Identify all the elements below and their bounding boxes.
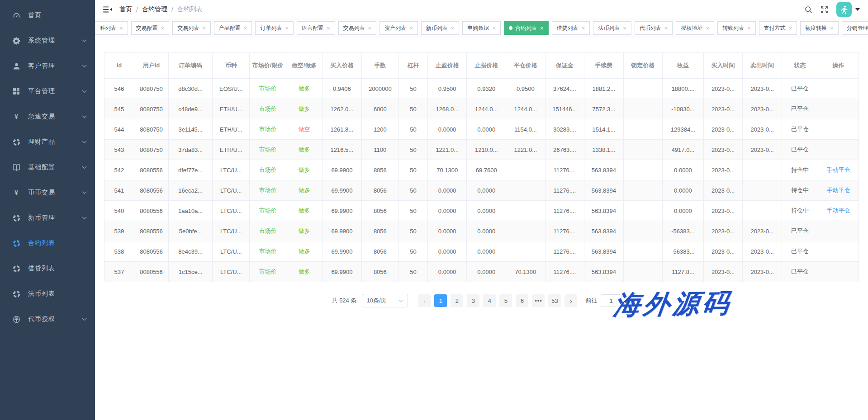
tab-trade-list-2[interactable]: 交易列表× — [338, 21, 377, 35]
tab-contract-list[interactable]: 合约列表× — [504, 21, 549, 35]
tab-close-icon[interactable]: × — [623, 25, 626, 31]
search-icon[interactable] — [805, 6, 812, 14]
sidebar-item-fiat-list[interactable]: 法币列表 — [0, 281, 95, 307]
tab-asset-list[interactable]: 资产列表× — [379, 21, 418, 35]
tab-close-icon[interactable]: × — [582, 25, 585, 31]
cell-margin: 30283.... — [545, 119, 584, 140]
sidebar-item-new-coin-manage[interactable]: 新币管理 — [0, 205, 95, 231]
cell-id: 546 — [104, 79, 134, 99]
page-1-button[interactable]: 1 — [434, 294, 447, 307]
tab-close-icon[interactable]: × — [409, 25, 413, 31]
next-page-button[interactable]: › — [564, 294, 577, 307]
cell-tp: 0.0000 — [427, 201, 467, 221]
tab-auth-address[interactable]: 授权地址× — [676, 21, 714, 35]
tab-close-icon[interactable]: × — [540, 25, 544, 31]
prev-page-button[interactable]: ‹ — [418, 294, 431, 307]
cell-buy_time: 2023-0... — [703, 241, 743, 262]
cell-buy_price: 1261.8... — [323, 119, 362, 140]
page-size-select[interactable]: 10条/页 — [362, 294, 408, 307]
tab-close-icon[interactable]: × — [706, 25, 709, 31]
tab-close-icon[interactable]: × — [161, 25, 165, 31]
avatar[interactable] — [836, 2, 852, 17]
cell-id: 537 — [104, 262, 134, 282]
cell-margin: 11276.... — [545, 262, 584, 282]
column-header-margin: 保证金 — [545, 53, 584, 79]
breadcrumb-item[interactable]: 首页 — [119, 5, 132, 14]
tab-close-icon[interactable]: × — [244, 25, 247, 31]
sidebar-item-customer-manage[interactable]: 客户管理 — [0, 53, 95, 79]
sidebar-item-finance-product[interactable]: 理财产品 — [0, 129, 95, 155]
tab-close-icon[interactable]: × — [664, 25, 668, 31]
sidebar-item-base-config[interactable]: 基础配置 — [0, 155, 95, 180]
page-4-button[interactable]: 4 — [483, 294, 496, 307]
tab-close-icon[interactable]: × — [492, 25, 496, 31]
tab-close-icon[interactable]: × — [830, 25, 834, 31]
sidebar-item-home[interactable]: 首页 — [0, 3, 95, 28]
page-2-button[interactable]: 2 — [451, 294, 463, 307]
cell-status: 已平仓 — [782, 262, 818, 282]
breadcrumb-item[interactable]: 合约管理 — [142, 5, 167, 14]
tab-label: 合约列表 — [515, 24, 537, 32]
tab-subscribe-data[interactable]: 申购数据× — [462, 21, 501, 35]
sidebar-item-system-manage[interactable]: 系统管理 — [0, 28, 95, 53]
tab-close-icon[interactable]: × — [327, 25, 330, 31]
tab-close-icon[interactable]: × — [368, 25, 372, 31]
tab-close-icon[interactable]: × — [119, 25, 123, 31]
tab-close-icon[interactable]: × — [789, 25, 792, 31]
tab-transfer-list[interactable]: 转账列表× — [717, 21, 756, 35]
tab-close-icon[interactable]: × — [451, 25, 455, 31]
tab-label: 借贷列表 — [557, 24, 579, 32]
tab-lang-config[interactable]: 语言配置× — [297, 21, 335, 35]
more-pages-button[interactable]: ••• — [532, 294, 545, 307]
tab-trade-list-1[interactable]: 交易列表× — [172, 21, 211, 35]
sidebar-item-platform-manage[interactable]: 平台管理 — [0, 79, 95, 104]
chevron-down-icon — [82, 115, 87, 118]
tab-newcoin-list[interactable]: 新币列表× — [421, 21, 460, 35]
sidebar-item-contract-list[interactable]: 合约列表 — [0, 231, 95, 256]
svg-text:¥: ¥ — [14, 189, 18, 196]
tab-fiat-list[interactable]: 法币列表× — [593, 21, 631, 35]
cell-profit: 18800.... — [663, 79, 704, 99]
cell-lock_price — [623, 79, 663, 99]
goto-page-input[interactable] — [601, 294, 621, 307]
tab-trade-config[interactable]: 交易配置× — [131, 21, 170, 35]
tab-distribution[interactable]: 分销管理× — [842, 21, 868, 35]
sidebar-item-fast-trade[interactable]: ¥急速交易 — [0, 104, 95, 129]
page-5-button[interactable]: 5 — [499, 294, 512, 307]
tab-label: 法币列表 — [598, 24, 620, 32]
cell-fee: 1514.1... — [584, 119, 624, 140]
chevron-down-icon[interactable] — [855, 8, 860, 11]
cell-action[interactable]: 手动平仓 — [818, 160, 859, 180]
cell-sell_time — [743, 201, 782, 221]
column-header-price_type: 市场价/限价 — [250, 53, 286, 79]
tab-clipped-list[interactable]: 种列表× — [95, 21, 128, 35]
cell-profit: 0.0000 — [663, 201, 704, 221]
sidebar-item-loan-list[interactable]: 借贷列表 — [0, 256, 95, 281]
tab-order-list[interactable]: 订单列表× — [255, 21, 294, 35]
tab-close-icon[interactable]: × — [285, 25, 289, 31]
sidebar-collapse-icon[interactable] — [103, 6, 112, 13]
sidebar-item-label: 客户管理 — [28, 62, 82, 70]
column-header-sl: 止损价格 — [467, 53, 506, 79]
sidebar-item-token-auth[interactable]: 代币授权 — [0, 307, 95, 332]
cell-lock_price — [623, 180, 663, 201]
cell-action[interactable]: 手动平仓 — [818, 180, 859, 201]
fullscreen-icon[interactable] — [821, 6, 828, 14]
tab-close-icon[interactable]: × — [202, 25, 206, 31]
tab-close-icon[interactable]: × — [747, 25, 751, 31]
column-header-lever: 杠杆 — [399, 53, 428, 79]
tab-quota-convert[interactable]: 额度转换× — [800, 21, 839, 35]
cell-coin: LTC/U... — [213, 180, 250, 201]
cell-coin: ETH/U... — [213, 140, 250, 160]
last-page-button[interactable]: 53 — [548, 294, 561, 307]
page-6-button[interactable]: 6 — [516, 294, 528, 307]
cell-lever: 50 — [399, 262, 428, 282]
sidebar-item-coin-trade[interactable]: ¥币币交易 — [0, 180, 95, 205]
page-3-button[interactable]: 3 — [467, 294, 479, 307]
tab-product-config[interactable]: 产品配置× — [214, 21, 252, 35]
cell-action[interactable]: 手动平仓 — [818, 201, 859, 221]
tab-token-list[interactable]: 代币列表× — [635, 21, 673, 35]
tab-loan-list[interactable]: 借贷列表× — [552, 21, 590, 35]
cell-coin: LTC/U... — [213, 262, 250, 282]
tab-pay-method[interactable]: 支付方式× — [759, 21, 797, 35]
